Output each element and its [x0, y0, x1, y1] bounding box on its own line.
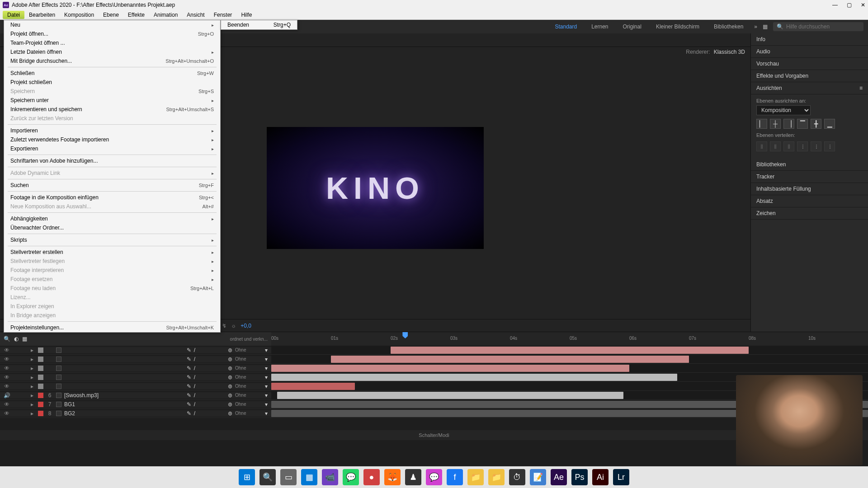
panel-header[interactable]: Absatz	[751, 195, 868, 207]
quit-item[interactable]: Beenden Strg+Q	[221, 20, 297, 29]
taskbar-icon[interactable]: ●	[363, 469, 380, 485]
menu-item[interactable]: Zuletzt verwendetes Footage importieren▸	[4, 135, 220, 144]
visibility-icon[interactable]: 👁	[4, 401, 10, 408]
menu-effekte[interactable]: Effekte	[123, 11, 149, 19]
align-right-icon[interactable]: ▕	[783, 119, 794, 129]
panel-header[interactable]: Bibliotheken	[751, 159, 868, 171]
taskbar-icon[interactable]: 📁	[488, 469, 505, 485]
visibility-icon[interactable]: 👁	[4, 410, 10, 417]
taskbar-icon[interactable]: Ai	[592, 469, 609, 485]
visibility-icon[interactable]: 👁	[4, 347, 10, 353]
visibility-icon[interactable]: 👁	[4, 365, 10, 371]
taskbar-icon[interactable]: 💬	[426, 469, 442, 485]
workspace-standard[interactable]: Standard	[549, 22, 582, 32]
menu-item[interactable]: Projekt öffnen...Strg+O	[4, 29, 220, 38]
menu-item[interactable]: Speichern unter▸	[4, 96, 220, 105]
timeline-row[interactable]: 👁 ▸ ✎/ ⊚ Ohne▾	[0, 364, 868, 373]
menu-item[interactable]: Letzte Dateien öffnen▸	[4, 47, 220, 56]
tl-shy-icon[interactable]: ◐	[14, 336, 19, 342]
taskbar-icon[interactable]: ⊞	[239, 469, 255, 485]
menu-datei[interactable]: Datei	[3, 11, 24, 19]
menu-item[interactable]: Schriftarten von Adobe hinzufügen...	[4, 156, 220, 165]
panel-header[interactable]: Tracker	[751, 171, 868, 183]
taskbar-icon[interactable]: Lr	[613, 469, 629, 485]
taskbar-icon[interactable]: 💬	[343, 469, 359, 485]
workspace-original[interactable]: Original	[618, 22, 647, 32]
menu-animation[interactable]: Animation	[149, 11, 182, 19]
taskbar-icon[interactable]: ♟	[405, 469, 421, 485]
menu-ebene[interactable]: Ebene	[99, 11, 123, 19]
expand-workspaces-icon[interactable]: »	[754, 23, 757, 30]
menu-komposition[interactable]: Komposition	[60, 11, 99, 19]
visibility-icon[interactable]: 👁	[4, 383, 10, 389]
timeline-row[interactable]: 👁 ▸ ✎/ ⊚ Ohne▾	[0, 346, 868, 355]
tl-fx-icon[interactable]: ▦	[22, 336, 27, 342]
menu-item[interactable]: Stellvertreter erstellen▸	[4, 248, 220, 257]
menu-hilfe[interactable]: Hilfe	[236, 11, 256, 19]
panel-header[interactable]: Zeichen	[751, 207, 868, 220]
menu-item[interactable]: Neu▸	[4, 20, 220, 29]
layer-bar[interactable]	[271, 365, 629, 372]
timeline-row[interactable]: 👁 ▸ ✎/ ⊚ Ohne▾	[0, 355, 868, 364]
layer-bar[interactable]	[271, 383, 355, 390]
visibility-icon[interactable]: 👁	[4, 374, 10, 380]
help-search-input[interactable]	[786, 23, 860, 30]
menu-item[interactable]: Inkrementieren und speichernStrg+Alt+Ums…	[4, 105, 220, 114]
taskbar-icon[interactable]: ▭	[280, 469, 297, 485]
align-target-select[interactable]: Komposition	[756, 105, 811, 115]
tl-search-icon[interactable]: 🔍	[4, 336, 10, 342]
exposure-value[interactable]: +0,0	[241, 323, 251, 329]
menu-ansicht[interactable]: Ansicht	[182, 11, 209, 19]
taskbar-icon[interactable]: 📝	[530, 469, 546, 485]
align-left-icon[interactable]: ▏	[756, 119, 767, 129]
close-button[interactable]: ✕	[861, 2, 865, 8]
menu-fenster[interactable]: Fenster	[209, 11, 237, 19]
menu-item[interactable]: Exportieren▸	[4, 144, 220, 153]
menu-bearbeiten[interactable]: Bearbeiten	[24, 11, 60, 19]
help-search[interactable]: 🔍	[773, 22, 863, 31]
taskbar-icon[interactable]: ▦	[301, 469, 317, 485]
panel-header[interactable]: Vorschau	[751, 58, 868, 70]
panel-menu-icon[interactable]: ≡	[859, 85, 863, 91]
taskbar-icon[interactable]: 📁	[467, 469, 484, 485]
panel-ausrichten[interactable]: Ausrichten≡	[751, 82, 868, 94]
taskbar-icon[interactable]: 🦊	[384, 469, 401, 485]
taskbar-icon[interactable]: f	[447, 469, 463, 485]
menu-item[interactable]: Skripts▸	[4, 235, 220, 244]
visibility-icon[interactable]: 👁	[4, 356, 10, 362]
menu-item[interactable]: SuchenStrg+F	[4, 181, 220, 190]
visibility-icon[interactable]: 🔊	[4, 392, 10, 399]
workspace-kleiner bildschirm[interactable]: Kleiner Bildschirm	[651, 22, 705, 32]
panel-header[interactable]: Info	[751, 33, 868, 46]
menu-item[interactable]: Projekt schließen	[4, 78, 220, 87]
menu-item[interactable]: Team-Projekt öffnen ...	[4, 38, 220, 47]
layer-bar[interactable]	[277, 392, 623, 399]
align-hcenter-icon[interactable]: ┼	[770, 119, 781, 129]
panel-header[interactable]: Inhaltsbasierte Füllung	[751, 183, 868, 195]
menu-item[interactable]: SchließenStrg+W	[4, 69, 220, 78]
timeline-icon[interactable]: ↯	[222, 323, 226, 329]
panel-header[interactable]: Effekte und Vorgaben	[751, 70, 868, 82]
menu-item[interactable]: Abhängigkeiten▸	[4, 214, 220, 223]
maximize-button[interactable]: ▢	[847, 2, 852, 8]
layer-bar[interactable]	[331, 356, 689, 363]
exposure-icon[interactable]: ☼	[231, 323, 236, 329]
layer-bar[interactable]	[271, 374, 677, 381]
timeline-ruler[interactable]: 00s01s02s03s04s05s06s07s08s10s	[271, 332, 868, 346]
panel-toggle-icon[interactable]: ▦	[763, 23, 768, 30]
menu-item[interactable]: Importieren▸	[4, 126, 220, 135]
minimize-button[interactable]: —	[832, 2, 838, 8]
taskbar-icon[interactable]: Ps	[571, 469, 588, 485]
menu-item[interactable]: Überwachter Ordner...	[4, 223, 220, 232]
taskbar-icon[interactable]: 📹	[322, 469, 338, 485]
workspace-lernen[interactable]: Lernen	[586, 22, 613, 32]
taskbar-icon[interactable]: Ae	[551, 469, 567, 485]
playhead[interactable]	[402, 332, 408, 338]
workspace-bibliotheken[interactable]: Bibliotheken	[708, 22, 749, 32]
align-vcenter-icon[interactable]: ╋	[811, 119, 821, 129]
menu-item[interactable]: Projekteinstellungen...Strg+Alt+Umschalt…	[4, 323, 220, 332]
taskbar-icon[interactable]: 🔍	[259, 469, 276, 485]
taskbar-icon[interactable]: ⏱	[509, 469, 525, 485]
layer-bar[interactable]	[391, 347, 749, 354]
align-bottom-icon[interactable]: ▁	[824, 119, 835, 129]
